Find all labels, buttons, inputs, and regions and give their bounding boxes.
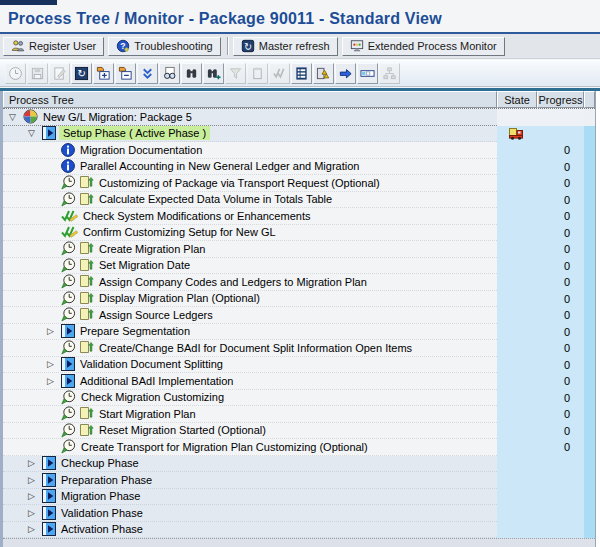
column-header-filler <box>584 91 595 108</box>
progress-cell <box>537 472 584 489</box>
execute-icon <box>61 406 76 421</box>
progress-cell: 0 <box>537 192 584 209</box>
expand-node-icon[interactable]: ▷ <box>28 475 42 485</box>
save-icon <box>30 66 45 81</box>
register-user-button[interactable]: Register User <box>3 37 104 56</box>
state-cell <box>497 357 537 374</box>
extended-monitor-icon <box>350 39 364 53</box>
expand-subtree-button[interactable] <box>137 63 158 84</box>
tree-row[interactable]: ▷Preparation Phase <box>3 472 595 489</box>
row-icons <box>23 109 38 124</box>
find-next-button[interactable] <box>203 63 224 84</box>
execute-icon <box>61 423 76 438</box>
state-cell <box>497 456 537 473</box>
activity-icon <box>79 340 94 355</box>
tree-row[interactable]: ▷Migration Phase <box>3 489 595 506</box>
row-icons <box>61 274 94 289</box>
state-cell <box>497 258 537 275</box>
tree-row[interactable]: Check System Modifications or Enhancemen… <box>3 208 595 225</box>
master-refresh-button[interactable]: ↻Master refresh <box>233 37 338 56</box>
tree-row[interactable]: ▽Setup Phase ( Active Phase ) <box>3 126 595 143</box>
collapse-all-button[interactable] <box>115 63 136 84</box>
legend-button[interactable] <box>291 63 312 84</box>
find-next-icon <box>206 66 221 81</box>
button-label: Troubleshooting <box>134 40 212 52</box>
tree-row[interactable]: Create/Change BAdI for Document Split In… <box>3 340 595 357</box>
filter-icon <box>228 66 243 81</box>
state-cell <box>497 175 537 192</box>
messages-button[interactable] <box>313 63 334 84</box>
collapse-node-icon[interactable]: ▽ <box>9 112 23 122</box>
confirm-gray-icon <box>272 66 287 81</box>
tree-row[interactable]: ▷Validation Document Splitting0 <box>3 357 595 374</box>
expand-node-icon[interactable]: ▷ <box>28 458 42 468</box>
refresh-button[interactable]: ↻ <box>71 63 92 84</box>
find-button[interactable] <box>181 63 202 84</box>
progress-cell: 0 <box>537 439 584 456</box>
expand-node-icon[interactable]: ▷ <box>28 508 42 518</box>
expand-node-icon[interactable]: ▷ <box>28 491 42 501</box>
tree-row[interactable]: Assign Company Codes and Ledgers to Migr… <box>3 274 595 291</box>
row-icons <box>61 209 78 223</box>
tree-row[interactable]: ▷Additional BAdI Implementation0 <box>3 373 595 390</box>
expand-node-icon[interactable]: ▷ <box>47 326 61 336</box>
filler-cell <box>584 390 595 407</box>
phase-icon <box>42 522 56 536</box>
execute-icon <box>61 241 76 256</box>
tree-row[interactable]: Create Migration Plan0 <box>3 241 595 258</box>
tree-item-label: Parallel Accounting in New General Ledge… <box>80 160 359 172</box>
continue-button[interactable] <box>335 63 356 84</box>
filler-cell <box>584 456 595 473</box>
filler-cell <box>584 159 595 176</box>
tree-row[interactable]: ▽New G/L Migration: Package 5 <box>3 109 595 126</box>
tree-row[interactable]: Customizing of Package via Transport Req… <box>3 175 595 192</box>
filler-cell <box>584 274 595 291</box>
progress-cell <box>537 126 584 143</box>
register-user-icon <box>11 39 25 53</box>
extended-monitor-button[interactable]: Extended Process Monitor <box>342 37 505 56</box>
progress-cell <box>537 522 584 539</box>
tree-item-label: Reset Migration Started (Optional) <box>99 424 266 436</box>
tree-row[interactable]: Create Transport for Migration Plan Cust… <box>3 439 595 456</box>
tree-row[interactable]: Assign Source Ledgers0 <box>3 307 595 324</box>
tree-row[interactable]: ▷Activation Phase <box>3 522 595 539</box>
collapse-node-icon[interactable]: ▽ <box>28 128 42 138</box>
tree-row[interactable]: Check Migration Customizing0 <box>3 390 595 407</box>
state-cell <box>497 241 537 258</box>
state-cell <box>497 423 537 440</box>
state-cell <box>497 208 537 225</box>
tree-item-label: Create Migration Plan <box>99 243 205 255</box>
tree-row[interactable]: Set Migration Date0 <box>3 258 595 275</box>
info-icon <box>61 159 75 173</box>
status-bar-button[interactable] <box>357 63 378 84</box>
expand-subtree-icon <box>140 66 155 81</box>
tree-row[interactable]: Calculate Expected Data Volume in Totals… <box>3 192 595 209</box>
tree-row[interactable]: ▷Checkup Phase <box>3 456 595 473</box>
tree-row[interactable]: ▷Prepare Segmentation0 <box>3 324 595 341</box>
row-icons <box>61 439 76 454</box>
tree-row[interactable]: Start Migration Plan0 <box>3 406 595 423</box>
tree-row[interactable]: Parallel Accounting in New General Ledge… <box>3 159 595 176</box>
tree-row[interactable]: Reset Migration Started (Optional)0 <box>3 423 595 440</box>
expand-all-button[interactable] <box>93 63 114 84</box>
tree-row[interactable]: ▷Validation Phase <box>3 505 595 522</box>
row-icons <box>42 489 56 503</box>
tree-item-label: Activation Phase <box>61 523 143 535</box>
state-cell <box>497 109 537 126</box>
tree-item-label: Confirm Customizing Setup for New GL <box>83 226 276 238</box>
continue-icon <box>338 66 353 81</box>
expand-node-icon[interactable]: ▷ <box>28 524 42 534</box>
activity-icon <box>79 241 94 256</box>
tree-row[interactable]: Confirm Customizing Setup for New GL0 <box>3 225 595 242</box>
execute-icon <box>61 439 76 454</box>
tree-row[interactable]: Display Migration Plan (Optional)0 <box>3 291 595 308</box>
expand-node-icon[interactable]: ▷ <box>47 359 61 369</box>
filler-cell <box>584 505 595 522</box>
tree-row[interactable]: Migration Documentation0 <box>3 142 595 159</box>
troubleshooting-button[interactable]: ?Troubleshooting <box>108 37 220 56</box>
tree-item-label: Customizing of Package via Transport Req… <box>99 177 380 189</box>
progress-cell: 0 <box>537 241 584 258</box>
display-log-button[interactable] <box>159 63 180 84</box>
phase-icon <box>61 374 75 388</box>
expand-node-icon[interactable]: ▷ <box>47 376 61 386</box>
